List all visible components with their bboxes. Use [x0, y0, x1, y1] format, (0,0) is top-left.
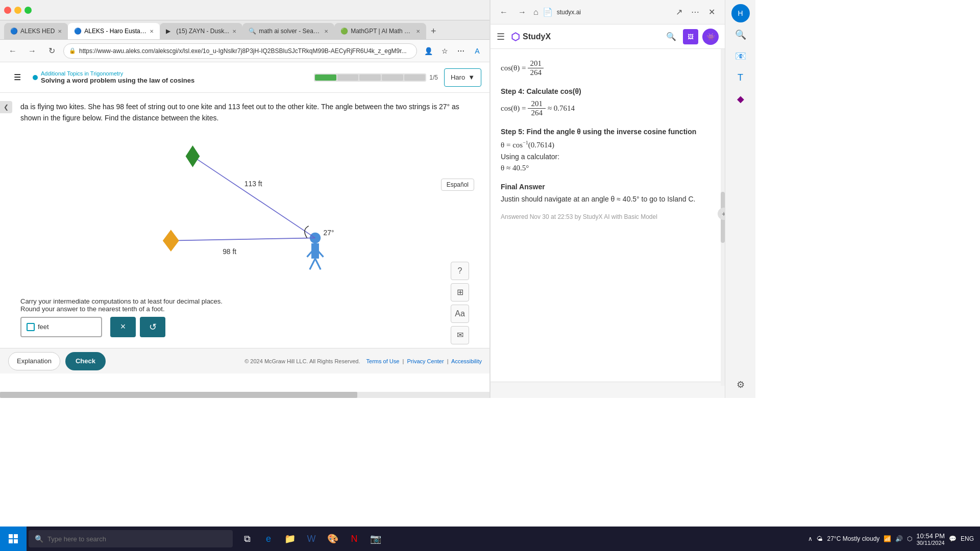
step4-fraction: 201 264 [528, 99, 546, 117]
studyx-image-button[interactable]: 🖼 [683, 29, 698, 44]
tab-math-search[interactable]: 🔍 math ai solver - Search ✕ [242, 23, 334, 39]
tab-close-zayn[interactable]: ✕ [232, 29, 236, 34]
studyx-search-button[interactable]: 🔍 [664, 29, 679, 44]
answer-input-wrapper[interactable]: feet [20, 317, 102, 337]
prev-formula-line: cos(θ) = 201 264 [501, 59, 715, 77]
taskbar-word-icon[interactable]: W [301, 529, 322, 549]
tab-zayn[interactable]: ▶ (15) ZAYN - Dusk... ✕ [160, 23, 242, 39]
explanation-button[interactable]: Explanation [8, 352, 60, 370]
tab-close-aleks-haro[interactable]: ✕ [150, 29, 154, 34]
start-button[interactable] [0, 527, 27, 551]
ext-more-icon[interactable]: ⋯ [454, 44, 468, 58]
edge-extension-icon[interactable]: ◆ [731, 90, 750, 108]
forward-button[interactable]: → [24, 43, 40, 59]
profile-button[interactable]: Haro ▼ [444, 68, 481, 87]
aleks-header: ☰ Additional Topics in Trigonometry Solv… [0, 62, 489, 93]
ext-star-icon[interactable]: ☆ [437, 44, 452, 58]
tab-close-math-search[interactable]: ✕ [324, 29, 328, 34]
answer-unit-label: feet [38, 323, 49, 331]
tab-mathgpt[interactable]: 🟢 MathGPT | AI Math Sol... ✕ [334, 23, 426, 39]
step5-title: Step 5: Find the angle θ using the inver… [501, 128, 715, 136]
taskbar-explorer-icon[interactable]: 📁 [280, 529, 300, 549]
taskbar-search-input[interactable] [47, 535, 227, 543]
studyx-close-button[interactable]: ✕ [704, 5, 719, 19]
edge-search-sidebar-button[interactable]: 🔍 [731, 26, 750, 44]
answer-row: feet × ↺ [20, 317, 479, 337]
svg-text:98 ft: 98 ft [223, 247, 236, 256]
edge-teams-icon[interactable]: T [731, 68, 750, 87]
window-maximize-button[interactable] [24, 7, 32, 14]
refresh-button[interactable]: ↻ [44, 43, 59, 59]
system-clock[interactable]: 10:54 PM 30/11/2024 [916, 532, 945, 546]
diagram-area: 113 ft 98 ft 27° ? ⊞ Aa ✉ [20, 129, 479, 292]
tab-aleks-hed[interactable]: 🔵 ALEKS HED ✕ [4, 23, 68, 39]
taskbar-taskview-icon[interactable]: ⧉ [237, 529, 257, 549]
browser-titlebar [0, 0, 489, 20]
message-button[interactable]: ✉ [451, 326, 469, 344]
taskbar-search-bar[interactable]: 🔍 [29, 530, 233, 547]
check-button[interactable]: Check [65, 352, 106, 370]
copyright-text: © 2024 McGraw Hill LLC. All Rights Reser… [244, 358, 360, 364]
window-minimize-button[interactable] [14, 7, 21, 14]
date-display: 30/11/2024 [916, 540, 945, 546]
terms-link[interactable]: Terms of Use [366, 358, 400, 364]
tab-close-mathgpt[interactable]: ✕ [416, 29, 420, 34]
studyx-more-button[interactable]: ⋯ [688, 5, 702, 19]
studyx-logo-icon: ⬡ [511, 31, 520, 43]
ext-profile-icon[interactable]: 👤 [421, 44, 435, 58]
studyx-user-avatar[interactable]: 👾 [702, 29, 719, 45]
help-button[interactable]: ? [451, 262, 469, 280]
taskbar-search-icon: 🔍 [35, 535, 43, 543]
collapse-button[interactable]: ❮ [0, 101, 12, 113]
back-button[interactable]: ← [5, 43, 20, 59]
tab-close-aleks-hed[interactable]: ✕ [58, 29, 62, 34]
studyx-popout-button[interactable]: ↗ [672, 5, 686, 19]
tab-favicon-aleks-haro: 🔵 [74, 28, 81, 35]
studyx-home-button[interactable]: ⌂ [533, 8, 538, 17]
progress-segment-5 [404, 74, 426, 81]
studyx-back-button[interactable]: ← [497, 5, 511, 19]
footer-left-actions: Explanation Check [8, 352, 106, 370]
answer-input-icon [27, 323, 35, 331]
studyx-forward-button[interactable]: → [515, 5, 529, 19]
studyx-step4: Step 4: Calculate cos(θ) cos(θ) = 201 26… [501, 87, 715, 117]
network-icon[interactable]: 📶 [884, 535, 891, 542]
kite-diagram-svg: 113 ft 98 ft 27° [20, 129, 479, 292]
topic-indicator [33, 75, 38, 80]
calculator-button[interactable]: ⊞ [451, 283, 469, 302]
step4-approx: ≈ 0.7614 [548, 104, 575, 113]
clear-button[interactable]: × [110, 317, 136, 337]
font-button[interactable]: Aa [451, 305, 469, 323]
step5-formula-text: θ = cos−1(0.7614) [501, 140, 554, 149]
aleks-menu-button[interactable]: ☰ [8, 68, 27, 87]
edge-icon[interactable]: A [470, 44, 484, 58]
bluetooth-icon[interactable]: ⬡ [907, 535, 912, 542]
taskbar-camera-icon[interactable]: 📷 [365, 529, 386, 549]
browser-tab-bar: 🔵 ALEKS HED ✕ 🔵 ALEKS - Haro Eustaquio..… [0, 20, 489, 40]
taskbar-paint-icon[interactable]: 🎨 [323, 529, 343, 549]
url-bar[interactable]: 🔒 https://www-awu.aleks.com/alekscgi/x/l… [63, 43, 417, 59]
accessibility-link[interactable]: Accessibility [451, 358, 482, 364]
edge-profile-button[interactable]: H [731, 4, 750, 22]
studyx-footer-bar [491, 382, 725, 398]
taskbar-edge-icon[interactable]: e [258, 529, 279, 549]
window-close-button[interactable] [4, 7, 11, 14]
tray-arrow-icon[interactable]: ∧ [808, 535, 813, 542]
progress-segment-2 [337, 74, 359, 81]
studyx-menu-icon[interactable]: ☰ [497, 31, 505, 42]
volume-icon[interactable]: 🔊 [895, 535, 903, 542]
edge-outlook-icon[interactable]: 📧 [731, 47, 750, 65]
progress-segment-3 [359, 74, 381, 81]
step4-title: Step 4: Calculate cos(θ) [501, 87, 715, 95]
notifications-icon[interactable]: 💬 [949, 535, 957, 542]
final-answer-text: Justin should navigate at an angle θ ≈ 4… [501, 195, 715, 203]
new-tab-button[interactable]: + [426, 23, 440, 39]
studyx-header-actions: ↗ ⋯ ✕ [672, 5, 719, 19]
edge-settings-icon[interactable]: ⚙ [731, 375, 750, 394]
horizontal-scrollbar[interactable] [0, 392, 489, 398]
privacy-link[interactable]: Privacy Center [407, 358, 444, 364]
tab-aleks-haro[interactable]: 🔵 ALEKS - Haro Eustaquio... ✕ [68, 23, 160, 39]
taskbar-netflix-icon[interactable]: N [344, 529, 364, 549]
reset-button[interactable]: ↺ [140, 317, 165, 337]
tab-title-mathgpt: MathGPT | AI Math Sol... [351, 28, 413, 35]
